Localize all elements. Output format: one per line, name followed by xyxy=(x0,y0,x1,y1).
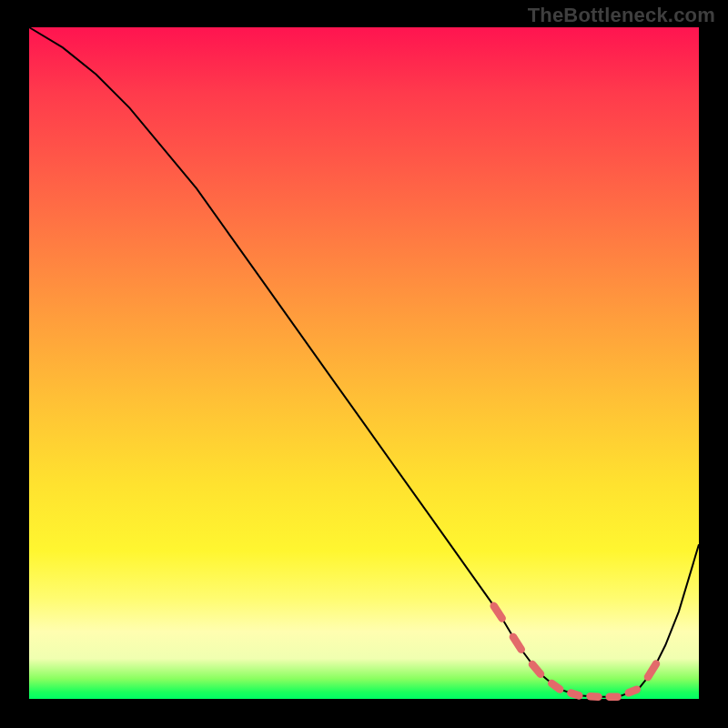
highlight-dash xyxy=(629,690,637,693)
plot-frame xyxy=(29,27,699,699)
highlight-dashes xyxy=(494,606,656,697)
highlight-dash xyxy=(513,637,521,650)
highlight-dash xyxy=(591,696,599,697)
chart-container: TheBottleneck.com xyxy=(0,0,728,728)
highlight-dash xyxy=(494,606,502,619)
highlight-dash xyxy=(571,693,579,696)
highlight-dash xyxy=(551,683,560,690)
watermark-text: TheBottleneck.com xyxy=(528,4,715,27)
bottleneck-curve-line xyxy=(29,27,699,697)
highlight-dash xyxy=(648,664,656,678)
highlight-dash xyxy=(532,664,541,674)
bottleneck-curve-svg xyxy=(29,27,699,699)
